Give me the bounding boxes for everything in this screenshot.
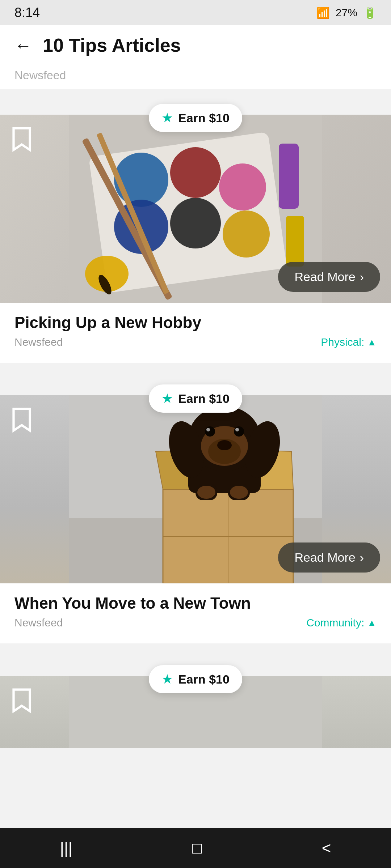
bottom-nav: ||| □ < xyxy=(0,828,391,868)
read-more-arrow-2: › xyxy=(360,550,364,565)
earn-badge-1: ★ Earn $10 xyxy=(149,104,242,132)
earn-star-icon-1: ★ xyxy=(161,110,173,125)
battery-icon: 🔋 xyxy=(363,7,377,19)
status-bar: 8:14 📶 27% 🔋 xyxy=(0,0,391,25)
svg-point-6 xyxy=(170,198,221,248)
read-more-button-2[interactable]: Read More › xyxy=(278,542,380,573)
article-tag-1: Physical: ▲ xyxy=(321,336,377,348)
svg-point-3 xyxy=(170,147,221,198)
back-button[interactable]: ← xyxy=(14,35,32,55)
earn-badge-3: ★ Earn $10 xyxy=(149,665,242,693)
article-image-2: Read More › xyxy=(0,395,391,583)
svg-point-36 xyxy=(230,486,248,499)
battery-text: 27% xyxy=(336,7,357,19)
svg-point-2 xyxy=(114,153,168,207)
read-more-label-1: Read More xyxy=(294,270,355,284)
svg-rect-8 xyxy=(279,144,299,209)
status-time: 8:14 xyxy=(14,5,40,20)
tag-arrow-2: ▲ xyxy=(367,617,377,629)
bookmark-icon-3[interactable] xyxy=(11,687,33,712)
earn-text-1: Earn $10 xyxy=(178,111,230,125)
article-title-1: Picking Up a New Hobby xyxy=(14,314,377,332)
nav-back-button[interactable]: < xyxy=(300,832,353,864)
bookmark-icon-2[interactable] xyxy=(11,406,33,431)
earn-star-icon-2: ★ xyxy=(161,391,173,406)
article-title-2: When You Move to a New Town xyxy=(14,594,377,612)
svg-point-31 xyxy=(206,428,210,431)
nav-menu-button[interactable]: ||| xyxy=(38,832,94,864)
article-info-1: Picking Up a New Hobby Newsfeed Physical… xyxy=(0,303,391,363)
article-source-2: Newsfeed xyxy=(14,617,63,629)
earn-text-2: Earn $10 xyxy=(178,392,230,406)
svg-rect-9 xyxy=(286,216,304,267)
svg-point-32 xyxy=(235,428,239,431)
article-meta-2: Newsfeed Community: ▲ xyxy=(14,617,377,629)
svg-point-4 xyxy=(219,163,266,210)
tag-arrow-1: ▲ xyxy=(367,337,377,348)
article-meta-1: Newsfeed Physical: ▲ xyxy=(14,336,377,348)
svg-point-30 xyxy=(234,426,244,437)
nav-home-button[interactable]: □ xyxy=(171,832,224,864)
article-card-1: ★ Earn $10 xyxy=(0,115,391,363)
read-more-arrow-1: › xyxy=(360,270,364,284)
svg-point-35 xyxy=(197,486,215,499)
page-title: 10 Tips Articles xyxy=(43,34,181,56)
header: ← 10 Tips Articles xyxy=(0,25,391,65)
earn-text-3: Earn $10 xyxy=(178,672,230,686)
svg-point-29 xyxy=(205,426,215,437)
svg-point-28 xyxy=(217,440,232,450)
article-card-2: ★ Earn $10 xyxy=(0,395,391,643)
svg-point-7 xyxy=(223,210,270,258)
read-more-button-1[interactable]: Read More › xyxy=(278,262,380,292)
read-more-label-2: Read More xyxy=(294,550,355,565)
article-info-2: When You Move to a New Town Newsfeed Com… xyxy=(0,583,391,643)
article-card-3: ★ Earn $10 xyxy=(0,676,391,748)
article-tag-2: Community: ▲ xyxy=(306,617,377,629)
wifi-icon: 📶 xyxy=(316,7,330,19)
article-image-1: Read More › xyxy=(0,115,391,303)
article-source-1: Newsfeed xyxy=(14,336,63,348)
bookmark-icon-1[interactable] xyxy=(11,125,33,151)
earn-badge-2: ★ Earn $10 xyxy=(149,384,242,413)
newsfeed-label: Newsfeed xyxy=(0,65,391,89)
status-icons: 📶 27% 🔋 xyxy=(316,7,377,19)
earn-star-icon-3: ★ xyxy=(161,672,173,687)
